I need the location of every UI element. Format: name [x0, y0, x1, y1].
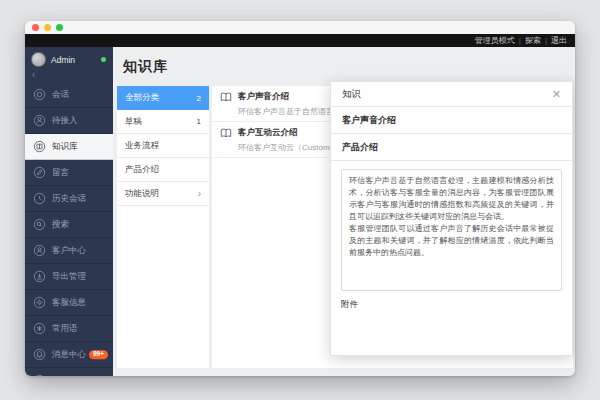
category-label: 产品介绍: [125, 164, 159, 176]
sidebar-item-label: 客服信息: [52, 297, 86, 309]
chat-icon: [33, 88, 46, 101]
customer-icon: [33, 244, 46, 257]
sidebar-item-label: 导出管理: [52, 271, 86, 283]
category-drafts[interactable]: 草稿 1: [117, 110, 209, 134]
category-label: 业务流程: [125, 140, 159, 152]
history-icon: [33, 192, 46, 205]
page-title: 知识库: [123, 58, 168, 76]
admin-topbar: 管理员模式 | 探索 | 退出: [25, 34, 575, 47]
panel-item-label: 产品介绍: [342, 141, 378, 154]
app-window: 管理员模式 | 探索 | 退出 Admin ‹ 会话: [25, 21, 575, 376]
sidebar-item-customer-center[interactable]: 客户中心: [25, 238, 113, 264]
sidebar-item-export[interactable]: 导出管理: [25, 264, 113, 290]
panel-item-label: 客户声音介绍: [342, 114, 396, 127]
article-title: 客户声音介绍: [238, 91, 289, 103]
export-icon: [33, 270, 46, 283]
sidebar-item-notifications[interactable]: 消息中心 99+: [25, 342, 113, 368]
titlebar: [25, 21, 575, 34]
logout-link[interactable]: 退出: [551, 35, 567, 46]
attachment-label: 附件: [341, 299, 562, 311]
avatar[interactable]: [31, 52, 46, 67]
sidebar-item-label: 搜索: [52, 219, 69, 231]
sidebar-nav: 会话 待接入 知识库: [25, 82, 113, 376]
chevron-right-icon: ›: [198, 188, 201, 199]
category-label: 功能说明: [125, 188, 159, 200]
agent-icon: [33, 296, 46, 309]
sidebar-item-label: 待接入: [52, 115, 78, 127]
knowledge-detail-panel: 知识 ✕ 客户声音介绍 产品介绍 环信客户声音基于自然语言处理，主题建模和情感分…: [330, 81, 573, 356]
category-count: 2: [197, 94, 201, 103]
category-feature-docs[interactable]: 功能说明 ›: [117, 182, 209, 206]
sidebar-item-label: 历史会话: [52, 193, 86, 205]
phrases-icon: [33, 322, 46, 335]
sidebar-item-knowledge-base[interactable]: 知识库: [25, 134, 113, 160]
sidebar-item-history[interactable]: 历史会话: [25, 186, 113, 212]
divider: |: [519, 36, 521, 45]
sidebar-item-sessions[interactable]: 会话: [25, 82, 113, 108]
sidebar-item-label: 知识库: [52, 141, 78, 153]
knowledge-icon: [33, 140, 46, 153]
panel-item-product-intro[interactable]: 产品介绍: [331, 134, 572, 161]
sidebar-item-label: 客户中心: [52, 245, 86, 257]
article-paragraph: 客服管理团队可以通过客户声音了解历史会话中最常被提及的主题和关键词，并了解相应的…: [349, 223, 554, 259]
category-label: 草稿: [125, 116, 142, 128]
notification-badge: 99+: [89, 350, 108, 360]
category-product-intro[interactable]: 产品介绍: [117, 158, 209, 182]
category-label: 全部分类: [125, 92, 159, 104]
sidebar-item-label: 会话: [52, 89, 69, 101]
close-window-icon[interactable]: [32, 24, 39, 31]
sidebar: Admin ‹ 会话 待接入: [25, 47, 113, 376]
sidebar-item-label: 常用语: [52, 323, 78, 335]
sidebar-item-label: 留言: [52, 167, 69, 179]
divider: |: [545, 36, 547, 45]
admin-mode-link[interactable]: 管理员模式: [475, 35, 515, 46]
category-count: 1: [197, 117, 201, 126]
panel-header: 知识 ✕: [331, 82, 572, 107]
user-row: Admin: [25, 47, 113, 69]
category-panel: 全部分类 2 草稿 1 业务流程 产品介绍 功能说明 ›: [117, 86, 209, 368]
zoom-window-icon[interactable]: [56, 24, 63, 31]
message-icon: [33, 166, 46, 179]
explore-link[interactable]: 探索: [525, 35, 541, 46]
book-icon: [220, 128, 232, 138]
sidebar-item-agent-info[interactable]: 客服信息: [25, 290, 113, 316]
online-status-dot: [101, 57, 106, 62]
article-paragraph: 环信客户声音基于自然语言处理，主题建模和情感分析技术，分析访客与客服全量的消息内…: [349, 175, 554, 223]
sidebar-item-queue[interactable]: 待接入: [25, 108, 113, 134]
minimize-window-icon[interactable]: [44, 24, 51, 31]
sidebar-item-label: 统计数据: [52, 375, 86, 377]
user-name: Admin: [51, 55, 101, 65]
panel-item-customer-voice[interactable]: 客户声音介绍: [331, 107, 572, 134]
category-business-process[interactable]: 业务流程: [117, 134, 209, 158]
sidebar-item-statistics[interactable]: 统计数据: [25, 368, 113, 376]
queue-icon: [33, 114, 46, 127]
bell-icon: [33, 348, 46, 361]
article-title: 客户互动云介绍: [238, 127, 298, 139]
article-body-box[interactable]: 环信客户声音基于自然语言处理，主题建模和情感分析技术，分析访客与客服全量的消息内…: [341, 169, 562, 291]
sidebar-item-label: 消息中心: [52, 349, 86, 361]
panel-title: 知识: [342, 88, 361, 101]
sidebar-item-search[interactable]: 搜索: [25, 212, 113, 238]
search-icon: [33, 218, 46, 231]
sidebar-item-common-phrases[interactable]: 常用语: [25, 316, 113, 342]
category-all[interactable]: 全部分类 2: [117, 86, 209, 110]
sidebar-item-leave-message[interactable]: 留言: [25, 160, 113, 186]
close-icon[interactable]: ✕: [552, 89, 561, 100]
stats-icon: [33, 374, 46, 376]
book-icon: [220, 92, 232, 102]
collapse-sidebar-button[interactable]: ‹: [25, 69, 113, 82]
